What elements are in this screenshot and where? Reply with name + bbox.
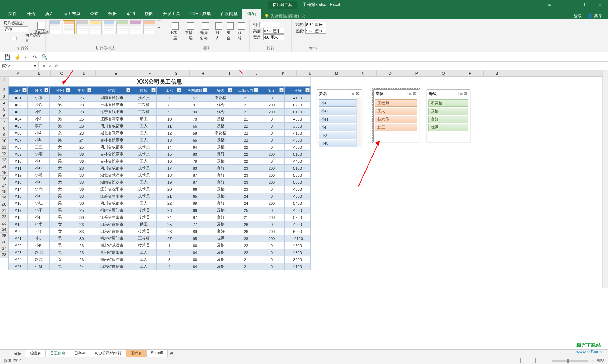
table-cell[interactable]: 77 [182,221,208,228]
table-cell[interactable]: 技术员 [131,193,157,200]
table-cell[interactable]: 200 [259,109,285,116]
table-cell[interactable]: 男 [49,123,71,130]
table-cell[interactable]: 21 [233,102,259,109]
table-cell[interactable]: 赵六 [28,256,49,263]
table-cell[interactable]: 80 [182,151,208,158]
table-cell[interactable]: 小明 [28,172,49,179]
table-cell[interactable]: 良好 [208,179,233,186]
row-header[interactable]: 28 [0,252,8,258]
table-cell[interactable]: 65 [182,193,208,200]
table-cell[interactable]: 女 [49,95,71,102]
table-cell[interactable]: 山东省青岛市 [92,263,131,270]
table-cell[interactable]: 江苏省南京市 [92,214,131,221]
column-header[interactable]: A [8,70,28,76]
slicer-style-gallery[interactable]: ▾ [49,20,161,34]
table-cell[interactable]: 89 [182,228,208,235]
table-cell[interactable]: 22 [233,242,259,249]
table-cell[interactable]: 技术员 [131,151,157,158]
table-cell[interactable]: 87 [182,179,208,186]
slicer-item[interactable]: 小I [319,124,356,131]
table-cell[interactable]: 22 [233,151,259,158]
table-cell[interactable]: 小红 [28,200,49,207]
row-header[interactable]: 12 [0,150,8,157]
filter-dropdown-icon[interactable]: ▾ [254,88,258,92]
table-cell[interactable]: 26 [71,242,92,249]
row-header[interactable]: 8 [0,125,8,131]
table-cell[interactable]: 5100 [285,165,311,172]
table-cell[interactable]: 小C [28,179,49,186]
table-cell[interactable]: 贵州省贵阳市 [92,249,131,256]
row-header[interactable]: 17 [0,182,8,188]
table-cell[interactable]: 小李 [28,221,49,228]
table-cell[interactable]: A12 [9,172,28,179]
table-cell[interactable]: 吉林省长春市 [92,137,131,144]
table-cell[interactable]: 0 [259,256,285,263]
row-header[interactable]: 11 [0,144,8,150]
table-cell[interactable]: 及格 [208,249,233,256]
table-cell[interactable]: 36 [71,151,92,158]
table-header[interactable]: 姓名▾ [28,87,49,95]
table-cell[interactable]: 0 [259,193,285,200]
table-cell[interactable]: 4600 [285,207,311,214]
table-cell[interactable]: 及格 [208,186,233,193]
table-cell[interactable]: 4300 [285,249,311,256]
table-cell[interactable]: 0 [259,249,285,256]
table-cell[interactable]: 4300 [285,193,311,200]
table-cell[interactable]: 女 [49,179,71,186]
table-cell[interactable]: 小张 [28,95,49,102]
slicer-item[interactable]: 小K [319,140,356,147]
send-backward-button[interactable]: 下移一层 [184,22,197,41]
table-cell[interactable]: 男 [49,116,71,123]
table-cell[interactable]: 33 [71,179,92,186]
table-cell[interactable]: 200 [259,228,285,235]
row-header[interactable]: 9 [0,131,8,138]
table-cell[interactable]: 23 [233,172,259,179]
table-cell[interactable]: 13 [157,137,182,144]
ribbon-tab[interactable]: 数据 [103,9,122,19]
row-header[interactable]: 2 [0,86,8,93]
minimize-icon[interactable]: — [558,0,574,9]
table-cell[interactable]: 4900 [285,221,311,228]
table-cell[interactable]: 4600 [285,137,311,144]
table-cell[interactable]: 24 [233,200,259,207]
table-cell[interactable]: 16 [157,158,182,165]
table-cell[interactable]: 小韦 [28,151,49,158]
table-cell[interactable]: 福建省厦门市 [92,207,131,214]
table-row[interactable]: A24赵六女26湖南省长沙市工人366及格2103900 [9,256,311,263]
table-row[interactable]: A02小G男28吉林省长春市工程师891优秀212006200 [9,102,311,109]
btn-width-input[interactable] [263,34,284,40]
table-cell[interactable]: 33 [71,228,92,235]
table-cell[interactable]: 小F [28,109,49,116]
table-row[interactable]: A15小B男33江苏省南京市技术员2165及格2404300 [9,193,311,200]
table-cell[interactable]: 及格 [208,116,233,123]
table-cell[interactable]: 4600 [285,242,311,249]
table-cell[interactable]: 0 [259,137,285,144]
table-cell[interactable]: 吉林省长春市 [92,158,131,165]
slicer-item[interactable]: 小J [319,132,356,139]
table-cell[interactable]: 22 [233,123,259,130]
zoom-in-icon[interactable]: + [591,359,593,363]
table-cell[interactable]: A19 [9,221,28,228]
table-cell[interactable]: 及格 [208,158,233,165]
table-cell[interactable]: 良好 [208,214,233,221]
table-row[interactable]: A21小L男30福建省厦门市工程师2795优秀2820010100 [9,235,311,242]
table-cell[interactable]: 66 [182,256,208,263]
table-row[interactable]: A06小A女23湖北省武汉市工人1258不及格2204100 [9,130,311,137]
table-cell[interactable]: 辽宁省沈阳市 [92,109,131,116]
table-cell[interactable]: 小K [28,242,49,249]
table-row[interactable]: A07小N男24吉林省长春市工人1365及格2204600 [9,137,311,144]
table-cell[interactable]: 技术员 [131,186,157,193]
table-cell[interactable]: 及格 [208,256,233,263]
row-header[interactable]: 16 [0,176,8,182]
table-cell[interactable]: 小D [28,165,49,172]
row-headers[interactable]: 1234567891011121314151617181920212223242… [0,77,8,258]
ribbon-tab[interactable]: 公式 [85,9,103,19]
table-cell[interactable]: 4100 [285,95,311,102]
table-cell[interactable]: 25 [71,144,92,151]
table-cell[interactable]: 30 [71,214,92,221]
table-header[interactable]: 省市▾ [92,87,131,95]
table-cell[interactable]: 28 [233,235,259,242]
table-header[interactable]: 考核成绩▾ [182,87,208,95]
table-cell[interactable]: 吉林省长春市 [92,102,131,109]
table-cell[interactable]: 及格 [208,144,233,151]
